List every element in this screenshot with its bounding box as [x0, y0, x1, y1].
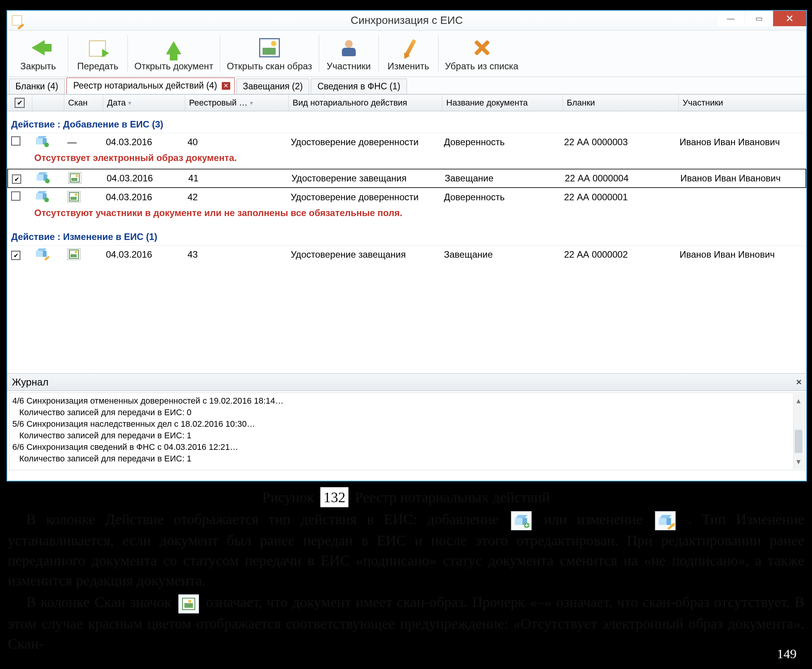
- log-title: Журнал: [12, 376, 49, 388]
- arrow-left-icon: [27, 37, 49, 59]
- col-participants[interactable]: Участники: [679, 95, 806, 111]
- scroll-thumb[interactable]: [795, 430, 802, 453]
- maximize-button[interactable]: ▭: [745, 11, 773, 26]
- tab-registry-label: Реестр нотариальных действий (4): [73, 81, 217, 91]
- titlebar[interactable]: Синхронизация с ЕИС — ▭ ✕: [7, 11, 806, 30]
- table-row[interactable]: — 04.03.2016 40 Удостоверение довереннос…: [7, 133, 806, 151]
- grid-header: ✔ Скан Дата▾ Реестровый …▾ Вид нотариаль…: [7, 95, 806, 111]
- inline-scan-icon: [178, 594, 199, 614]
- edit-cube-icon: [36, 249, 47, 259]
- col-checkbox[interactable]: ✔: [7, 95, 32, 111]
- col-blanks[interactable]: Бланки: [563, 95, 679, 111]
- row-warning: Отсутствуют участники в документе или не…: [7, 206, 806, 224]
- close-button[interactable]: ✕: [773, 11, 806, 26]
- toolbar-open-doc[interactable]: Открыть документ: [128, 32, 220, 77]
- log-line: Количество записей для передачи в ЕИС: 1: [12, 430, 801, 441]
- toolbar-edit[interactable]: Изменить: [379, 32, 438, 77]
- figure-caption: Реестр нотариальных действий: [355, 489, 550, 505]
- toolbar-transfer-label: Передать: [77, 61, 118, 72]
- pencil-icon: [398, 37, 419, 59]
- page-number: 149: [777, 647, 797, 661]
- toolbar-remove[interactable]: Убрать из списка: [439, 32, 525, 77]
- row-checkbox[interactable]: [11, 251, 20, 260]
- scan-thumb-icon: [67, 191, 81, 203]
- sort-icon: ▾: [250, 99, 253, 107]
- figure-number: 132: [320, 487, 349, 508]
- scroll-down-icon[interactable]: ▼: [795, 454, 802, 469]
- table-row[interactable]: 04.03.2016 43 Удостоверение завещания За…: [7, 245, 806, 264]
- arrow-up-icon: [163, 37, 185, 59]
- tab-registry[interactable]: Реестр нотариальных действий (4) ✕: [66, 77, 235, 94]
- tab-wills[interactable]: Завещания (2): [237, 79, 310, 94]
- inline-add-cube-icon: [511, 511, 532, 530]
- add-cube-icon: [36, 136, 47, 146]
- log-line: 4/6 Синхронизация отмененных доверенност…: [12, 395, 801, 407]
- toolbar: Закрыть Передать Открыть документ Открыт…: [7, 30, 806, 77]
- col-scan[interactable]: Скан: [64, 95, 103, 111]
- sort-icon: ▾: [128, 99, 131, 107]
- sync-window: Синхронизация с ЕИС — ▭ ✕ Закрыть Переда…: [7, 10, 807, 481]
- document-body: Рисунок 132 Реестр нотариальных действий…: [8, 487, 804, 655]
- transfer-icon: [87, 37, 109, 59]
- col-action[interactable]: [32, 95, 64, 111]
- data-grid: ✔ Скан Дата▾ Реестровый …▾ Вид нотариаль…: [7, 94, 806, 373]
- group-header-mod: Действие : Изменение в ЕИС (1): [7, 224, 806, 245]
- app-icon: [11, 15, 23, 26]
- scrollbar[interactable]: ▲ ▼: [793, 393, 804, 469]
- col-reg[interactable]: Реестровый …▾: [185, 95, 289, 111]
- group-header-add: Действие : Добавление в ЕИС (3): [7, 111, 806, 133]
- tabstrip: Бланки (4) Реестр нотариальных действий …: [7, 77, 806, 94]
- scan-thumb-icon: [67, 249, 81, 260]
- tab-blanks[interactable]: Бланки (4): [9, 79, 65, 94]
- add-cube-icon: [37, 172, 48, 182]
- inline-edit-cube-icon: [655, 511, 676, 530]
- log-line: 6/6 Синхронизация сведений в ФНС с 04.03…: [12, 441, 801, 453]
- scroll-up-icon[interactable]: ▲: [795, 393, 802, 408]
- toolbar-remove-label: Убрать из списка: [445, 61, 518, 72]
- table-row[interactable]: 04.03.2016 42 Удостоверение доверенности…: [7, 188, 806, 206]
- minimize-button[interactable]: —: [716, 11, 745, 26]
- toolbar-close[interactable]: Закрыть: [9, 32, 67, 77]
- col-date[interactable]: Дата▾: [103, 95, 185, 111]
- row-checkbox[interactable]: [12, 175, 21, 184]
- scan-image-icon: [259, 37, 280, 59]
- toolbar-open-scan[interactable]: Открыть скан образ: [221, 32, 319, 77]
- log-line: Количество записей для передачи в ЕИС: 1: [12, 453, 801, 464]
- add-cube-icon: [36, 191, 47, 201]
- log-body: 4/6 Синхронизация отмененных доверенност…: [9, 392, 805, 470]
- window-title: Синхронизация с ЕИС: [7, 14, 806, 27]
- scan-thumb-icon: [68, 172, 81, 184]
- row-checkbox[interactable]: [11, 192, 20, 201]
- toolbar-open-doc-label: Открыть документ: [134, 61, 213, 72]
- row-checkbox[interactable]: [11, 136, 20, 146]
- grid-body[interactable]: Действие : Добавление в ЕИС (3) — 04.03.…: [7, 111, 806, 373]
- row-warning: Отсутствует электронный образ документа.: [7, 151, 806, 169]
- toolbar-edit-label: Изменить: [388, 61, 429, 72]
- figure-caption-prefix: Рисунок: [262, 489, 314, 505]
- remove-x-icon: [471, 37, 492, 59]
- tab-fns[interactable]: Сведения в ФНС (1): [311, 79, 406, 94]
- log-line: 5/6 Синхронизация наследственных дел с 1…: [12, 418, 801, 430]
- log-line: Количество записей для передачи в ЕИС: 0: [12, 407, 801, 418]
- table-row[interactable]: 04.03.2016 41 Удостоверение завещания За…: [7, 169, 806, 188]
- toolbar-participants[interactable]: Участники: [320, 32, 378, 77]
- col-name[interactable]: Название документа: [442, 95, 563, 111]
- log-header[interactable]: Журнал ×: [7, 373, 806, 391]
- checkbox-all-icon[interactable]: ✔: [15, 98, 25, 108]
- toolbar-participants-label: Участники: [327, 61, 371, 72]
- log-close-icon[interactable]: ×: [796, 377, 802, 387]
- toolbar-transfer[interactable]: Передать: [69, 32, 127, 77]
- toolbar-close-label: Закрыть: [20, 61, 56, 72]
- toolbar-open-scan-label: Открыть скан образ: [227, 61, 312, 72]
- close-tab-icon[interactable]: ✕: [222, 82, 230, 90]
- person-icon: [338, 37, 360, 59]
- col-vid[interactable]: Вид нотариального действия: [289, 95, 442, 111]
